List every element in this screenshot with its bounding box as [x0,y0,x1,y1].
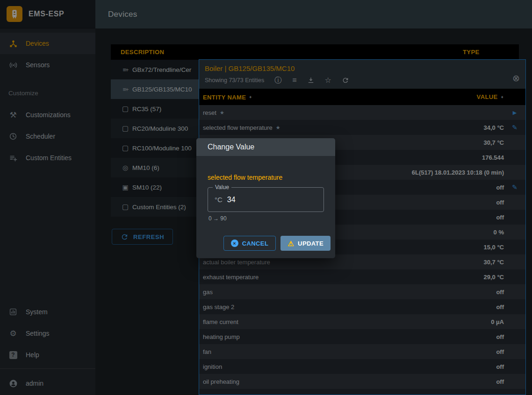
app-root: Devices EMS-ESP Devices Sensors Customiz… [0,0,532,395]
dialog-actions: × CANCEL ⚠ UPDATE [208,236,331,251]
dialog-entity-name: selected flow temperature [208,174,324,181]
value-input-text: 34 [227,196,236,204]
cancel-button[interactable]: × CANCEL [223,236,276,251]
dialog-title: Change Value [196,138,335,156]
cancel-button-label: CANCEL [242,240,269,247]
update-button-label: UPDATE [298,240,324,247]
cancel-icon: × [231,240,238,247]
value-input[interactable]: Value °C 34 [208,187,324,212]
change-value-dialog: Change Value selected flow temperature V… [196,138,335,258]
value-unit-prefix: °C [215,196,223,204]
update-button[interactable]: ⚠ UPDATE [280,236,331,251]
value-input-label: Value [213,184,231,190]
value-range-helper: 0 → 90 [208,215,324,222]
warning-icon: ⚠ [288,240,294,247]
dialog-body: selected flow temperature Value °C 34 0 … [196,156,335,258]
